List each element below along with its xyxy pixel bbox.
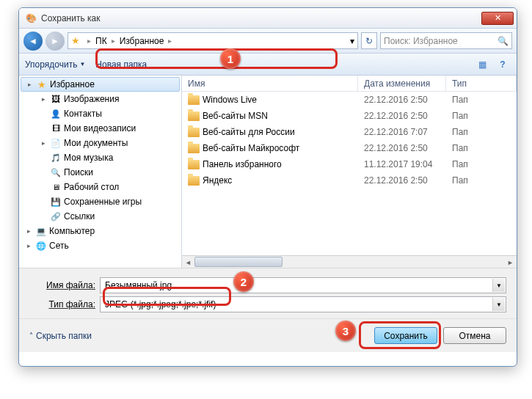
nav-forward-button[interactable]: ► [45, 32, 65, 51]
tree-label: Изображения [64, 94, 119, 104]
breadcrumb-dropdown[interactable]: ▾ [350, 36, 354, 46]
row-name: Windows Live [203, 95, 257, 105]
breadcrumb[interactable]: ▸ ПК ▸ Избранное ▸ ▾ [68, 32, 358, 49]
nav-back-button[interactable]: ◄ [23, 32, 43, 51]
view-options-button[interactable] [474, 57, 490, 72]
tree-toggle-icon[interactable] [40, 110, 48, 118]
chevron-right-icon: ▸ [110, 37, 117, 45]
tree-toggle-icon[interactable] [40, 125, 48, 133]
list-header: Имя Дата изменения Тип [182, 76, 517, 92]
tree-toggle-icon[interactable]: ▸ [25, 242, 33, 250]
tree-label: Компьютер [49, 226, 95, 236]
tree-toggle-icon[interactable] [40, 183, 48, 191]
folder-icon [50, 181, 62, 193]
row-date: 22.12.2016 2:50 [358, 143, 446, 153]
filetype-dropdown[interactable]: ▼ [492, 298, 505, 311]
tree-item[interactable]: Мои видеозаписи [19, 121, 181, 136]
row-name: Веб-сайты MSN [203, 111, 268, 121]
scroll-right-arrow[interactable]: ► [504, 256, 517, 268]
tree-label: Поиски [64, 167, 93, 177]
tree-toggle-icon[interactable]: ▸ [25, 227, 33, 235]
tree-item[interactable]: Контакты [19, 106, 181, 121]
breadcrumb-current[interactable]: Избранное [117, 36, 167, 46]
folder-icon [35, 240, 47, 252]
tree-item[interactable]: ▸Компьютер [19, 224, 181, 238]
dialog-footer: ˄ Скрыть папки Сохранить Отмена [19, 318, 517, 352]
folder-icon [35, 225, 47, 237]
close-button[interactable]: ✕ [481, 12, 514, 25]
location-icon [71, 35, 83, 47]
search-input[interactable]: Поиск: Избранное 🔍 [380, 32, 512, 49]
tree-toggle-icon[interactable] [40, 213, 48, 221]
tree-label: Мои видеозаписи [64, 123, 136, 133]
folder-icon [50, 166, 62, 178]
row-date: 22.12.2016 2:50 [358, 175, 446, 186]
breadcrumb-root[interactable]: ПК [92, 36, 110, 46]
filename-label: Имя файла: [29, 280, 95, 290]
tree-toggle-icon[interactable]: ▸ [26, 81, 34, 89]
folder-icon [188, 128, 200, 137]
chevron-down-icon: ▼ [79, 61, 85, 67]
row-name: Веб-сайты Майкрософт [203, 143, 299, 153]
horizontal-scrollbar[interactable]: ◄ ► [182, 255, 517, 268]
tree-item[interactable]: ▸Сеть [19, 238, 181, 253]
organize-menu[interactable]: Упорядочить ▼ [25, 59, 85, 70]
tree-label: Сеть [49, 241, 69, 251]
tree-item[interactable]: ▸Избранное [21, 77, 180, 92]
tree-item[interactable]: Поиски [19, 165, 181, 180]
folder-icon [188, 95, 200, 105]
tree-item[interactable]: Рабочий стол [19, 180, 181, 194]
file-list: Имя Дата изменения Тип Windows Live22.12… [182, 76, 517, 268]
new-folder-button[interactable]: Новая папка [95, 59, 147, 70]
row-date: 11.12.2017 19:04 [358, 159, 446, 169]
filename-dropdown[interactable]: ▼ [492, 279, 505, 292]
filetype-label: Тип файла: [29, 299, 95, 310]
help-button[interactable] [495, 57, 511, 72]
row-date: 22.12.2016 2:50 [358, 95, 446, 105]
title-bar: 🎨 Сохранить как ✕ [19, 8, 517, 29]
column-date[interactable]: Дата изменения [358, 76, 446, 91]
tree-item[interactable]: ▸Мои документы [19, 136, 181, 150]
list-row[interactable]: Яндекс22.12.2016 2:50Пап [182, 172, 517, 188]
list-row[interactable]: Панель избранного11.12.2017 19:04Пап [182, 156, 517, 172]
folder-icon [188, 144, 200, 153]
column-name[interactable]: Имя [182, 76, 358, 91]
tree-label: Рабочий стол [64, 182, 119, 192]
tree-label: Контакты [64, 109, 102, 119]
toolbar: Упорядочить ▼ Новая папка [19, 54, 517, 76]
refresh-button[interactable]: ↻ [361, 32, 377, 49]
save-as-dialog: 🎨 Сохранить как ✕ ◄ ► ▸ ПК ▸ Избранное ▸… [18, 7, 517, 367]
tree-toggle-icon[interactable]: ▸ [40, 139, 48, 147]
row-name: Яндекс [203, 175, 232, 186]
scroll-left-arrow[interactable]: ◄ [182, 256, 194, 268]
list-row[interactable]: Веб-сайты Майкрософт22.12.2016 2:50Пап [182, 140, 517, 156]
filetype-select[interactable]: JPEG (*.jpg;*.jpeg;*.jpe;*.jfif) ▼ [100, 296, 506, 312]
folder-tree[interactable]: ▸Избранное▸ИзображенияКонтактыМои видеоз… [19, 76, 182, 268]
save-button[interactable]: Сохранить [374, 327, 437, 344]
scroll-thumb[interactable] [194, 257, 283, 267]
list-row[interactable]: Веб-сайты MSN22.12.2016 2:50Пап [182, 108, 517, 124]
chevron-up-icon: ˄ [29, 332, 33, 340]
tree-toggle-icon[interactable] [40, 154, 48, 162]
list-row[interactable]: Веб-сайты для России22.12.2016 7:07Пап [182, 124, 517, 140]
tree-item[interactable]: Ссылки [19, 209, 181, 224]
filename-input[interactable]: Безымянный.jpg ▼ [100, 277, 506, 293]
tree-label: Моя музыка [64, 153, 113, 163]
column-type[interactable]: Тип [446, 76, 517, 91]
tree-toggle-icon[interactable]: ▸ [40, 95, 48, 103]
cancel-button[interactable]: Отмена [443, 327, 506, 344]
tree-toggle-icon[interactable] [40, 198, 48, 206]
row-type: Пап [446, 95, 517, 105]
nav-bar: ◄ ► ▸ ПК ▸ Избранное ▸ ▾ ↻ Поиск: Избран… [19, 29, 517, 54]
tree-item[interactable]: Моя музыка [19, 150, 181, 165]
search-placeholder: Поиск: Избранное [384, 36, 458, 46]
list-row[interactable]: Windows Live22.12.2016 2:50Пап [182, 92, 517, 108]
main-content: ▸Избранное▸ИзображенияКонтактыМои видеоз… [19, 76, 517, 268]
row-type: Пап [446, 143, 517, 153]
row-type: Пап [446, 111, 517, 121]
tree-toggle-icon[interactable] [40, 169, 48, 177]
folder-icon [36, 78, 48, 90]
hide-folders-toggle[interactable]: ˄ Скрыть папки [29, 331, 92, 341]
tree-item[interactable]: Сохраненные игры [19, 194, 181, 209]
tree-item[interactable]: ▸Изображения [19, 92, 181, 106]
